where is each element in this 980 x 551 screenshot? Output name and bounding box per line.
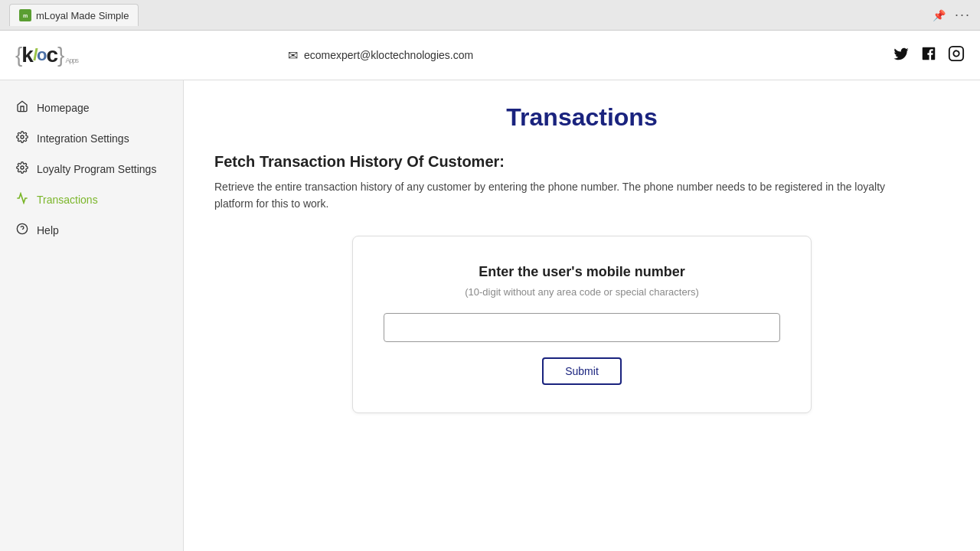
page-title: Transactions bbox=[214, 103, 949, 132]
sidebar-label-homepage: Homepage bbox=[37, 102, 90, 114]
mobile-number-card: Enter the user's mobile number (10-digit… bbox=[352, 236, 812, 413]
instagram-icon[interactable] bbox=[948, 45, 965, 66]
email-icon: ✉ bbox=[288, 48, 298, 63]
phone-number-input[interactable] bbox=[384, 313, 780, 342]
app-body: Homepage Integration Settings bbox=[0, 80, 980, 551]
card-subtitle: (10-digit without any area code or speci… bbox=[384, 286, 780, 298]
header-email: ecomexpert@kloctechnologies.com bbox=[304, 49, 473, 61]
svg-point-4 bbox=[21, 135, 24, 139]
card-title: Enter the user's mobile number bbox=[384, 264, 780, 280]
logo-bracket-open: { bbox=[15, 43, 21, 67]
header-social bbox=[893, 45, 965, 66]
browser-bar: m mLoyal Made Simple 📌 ··· bbox=[0, 0, 980, 31]
sidebar-label-integration: Integration Settings bbox=[37, 132, 129, 145]
svg-text:m: m bbox=[23, 13, 28, 18]
home-icon bbox=[15, 100, 29, 116]
logo: { k l o c } Apps bbox=[15, 43, 78, 67]
gear-icon-loyalty bbox=[15, 161, 29, 177]
pin-icon[interactable]: 📌 bbox=[933, 9, 946, 21]
logo-c: c bbox=[47, 43, 58, 67]
sidebar-label-help: Help bbox=[37, 224, 59, 236]
twitter-icon[interactable] bbox=[893, 45, 910, 66]
browser-actions: 📌 ··· bbox=[933, 7, 971, 23]
help-icon bbox=[15, 223, 29, 238]
section-description: Retrieve the entire transaction history … bbox=[214, 178, 903, 213]
sidebar-item-loyalty-settings[interactable]: Loyalty Program Settings bbox=[0, 154, 183, 184]
app-header: { k l o c } Apps ✉ ecomexpert@kloctechno… bbox=[0, 31, 980, 80]
browser-tab[interactable]: m mLoyal Made Simple bbox=[9, 4, 139, 26]
sidebar: Homepage Integration Settings bbox=[0, 80, 184, 551]
sidebar-item-homepage[interactable]: Homepage bbox=[0, 93, 183, 123]
tab-favicon: m bbox=[19, 9, 31, 21]
sidebar-label-transactions: Transactions bbox=[37, 194, 98, 206]
header-email-section: ✉ ecomexpert@kloctechnologies.com bbox=[288, 48, 473, 63]
logo-apps: Apps bbox=[65, 57, 78, 64]
sidebar-item-transactions[interactable]: Transactions bbox=[0, 184, 183, 215]
sidebar-item-integration-settings[interactable]: Integration Settings bbox=[0, 123, 183, 154]
submit-button[interactable]: Submit bbox=[542, 357, 622, 385]
more-icon[interactable]: ··· bbox=[955, 7, 971, 23]
gear-icon-integration bbox=[15, 131, 29, 146]
sidebar-item-help[interactable]: Help bbox=[0, 215, 183, 246]
main-content: Transactions Fetch Transaction History O… bbox=[184, 80, 980, 551]
facebook-icon[interactable] bbox=[920, 45, 937, 66]
svg-point-5 bbox=[21, 166, 24, 169]
svg-rect-2 bbox=[949, 46, 963, 60]
transactions-icon bbox=[15, 192, 29, 207]
logo-k: k bbox=[21, 43, 33, 67]
tab-label: mLoyal Made Simple bbox=[36, 10, 129, 21]
logo-bracket-close: } bbox=[57, 43, 64, 67]
logo-o: o bbox=[37, 45, 46, 65]
section-heading: Fetch Transaction History Of Customer: bbox=[214, 153, 949, 171]
app-wrapper: { k l o c } Apps ✉ ecomexpert@kloctechno… bbox=[0, 31, 980, 551]
sidebar-label-loyalty: Loyalty Program Settings bbox=[37, 163, 156, 175]
